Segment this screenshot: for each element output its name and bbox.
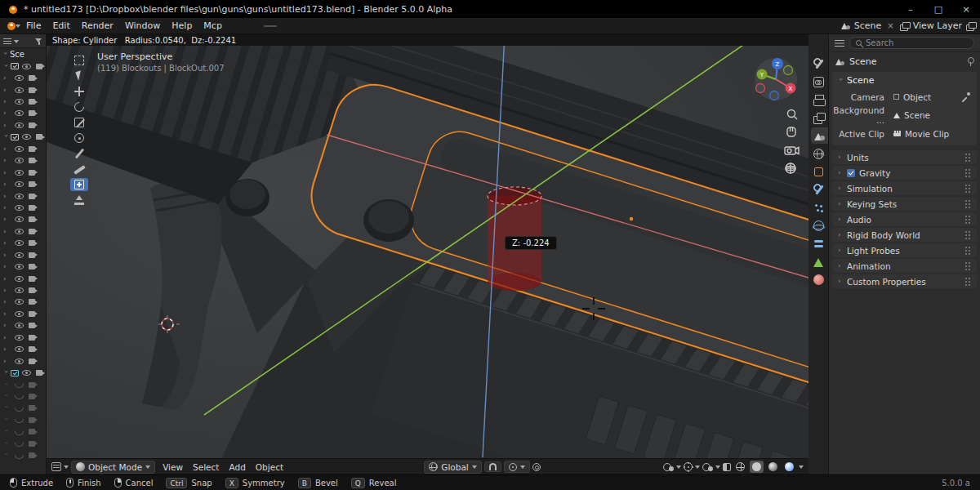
workspace-tab[interactable]: [292, 25, 305, 27]
chevron-icon[interactable]: ›: [3, 216, 8, 223]
chevron-icon[interactable]: ›: [3, 193, 8, 200]
collapsed-panel[interactable]: › Custom Properties: [832, 274, 977, 288]
visibility-eye-icon[interactable]: [15, 276, 24, 282]
chevron-icon[interactable]: ›: [3, 275, 8, 283]
render-visibility-icon[interactable]: [36, 370, 45, 376]
tool-button[interactable]: [70, 178, 88, 191]
menu-item[interactable]: Help: [166, 20, 198, 31]
visibility-eye-icon[interactable]: [15, 75, 24, 81]
outliner-row[interactable]: ›: [0, 225, 46, 237]
visibility-eye-icon[interactable]: [22, 64, 31, 69]
render-visibility-icon[interactable]: [29, 87, 38, 93]
outliner-row[interactable]: ›: [0, 296, 46, 308]
collapsed-panel[interactable]: › Rigid Body World: [832, 228, 977, 242]
visibility-eye-icon[interactable]: [15, 419, 24, 423]
gizmo-x-neg[interactable]: [756, 84, 765, 93]
render-visibility-icon[interactable]: [29, 299, 38, 305]
menu-item[interactable]: Edit: [47, 20, 75, 31]
blender-menu-icon[interactable]: [5, 20, 16, 31]
render-visibility-icon[interactable]: [29, 382, 38, 388]
gizmo-z-neg[interactable]: [770, 91, 779, 100]
visibility-eye-icon[interactable]: [15, 287, 24, 293]
properties-tab[interactable]: [811, 127, 828, 144]
outliner-row[interactable]: ›: [0, 426, 46, 438]
outliner-row[interactable]: ›: [0, 84, 46, 96]
outliner-row[interactable]: ›: [0, 131, 46, 143]
tool-button[interactable]: [70, 131, 88, 145]
chevron-icon[interactable]: ›: [3, 298, 8, 305]
render-visibility-icon[interactable]: [29, 429, 38, 434]
render-visibility-icon[interactable]: [29, 194, 38, 199]
collapsed-panel[interactable]: › Animation: [832, 259, 977, 273]
render-visibility-icon[interactable]: [29, 452, 38, 458]
axis-gizmo[interactable]: Z Y X: [755, 58, 797, 100]
render-visibility-icon[interactable]: [29, 158, 38, 163]
visibility-eye-icon[interactable]: [15, 194, 24, 199]
perspective-toggle-button[interactable]: [786, 163, 795, 173]
mode-selector[interactable]: Object Mode: [71, 461, 155, 474]
render-visibility-icon[interactable]: [29, 441, 38, 447]
tool-button[interactable]: [70, 69, 88, 82]
tool-button[interactable]: [70, 194, 88, 207]
visibility-eye-icon[interactable]: [15, 99, 24, 105]
render-visibility-icon[interactable]: [29, 264, 38, 270]
render-visibility-icon[interactable]: [29, 122, 38, 128]
overlays-caret-icon[interactable]: [715, 466, 720, 471]
transform-orientation-selector[interactable]: Global: [424, 461, 482, 474]
collection-checkbox-icon[interactable]: [11, 63, 19, 69]
visibility-eye-icon[interactable]: [15, 122, 24, 128]
outliner-row[interactable]: ›: [0, 178, 46, 189]
chevron-icon[interactable]: ›: [3, 228, 8, 235]
visibility-eye-icon[interactable]: [22, 370, 31, 376]
properties-tab[interactable]: [808, 253, 828, 270]
visibility-eye-icon[interactable]: [15, 110, 24, 116]
chevron-icon[interactable]: ›: [3, 157, 8, 164]
outliner-row[interactable]: ›: [0, 332, 46, 343]
scene-unlink-icon[interactable]: ×: [885, 21, 895, 30]
outliner-row[interactable]: ›: [0, 273, 46, 284]
gizmos-caret-icon[interactable]: [695, 466, 700, 471]
visibility-eye-icon[interactable]: [15, 240, 24, 246]
outliner-row[interactable]: ›: [0, 202, 46, 213]
visibility-eye-icon[interactable]: [15, 455, 24, 459]
render-visibility-icon[interactable]: [36, 134, 45, 140]
editor-type-caret-icon[interactable]: [64, 466, 69, 471]
collapsed-panel[interactable]: › Gravity: [832, 166, 977, 180]
outliner-row[interactable]: ›: [0, 438, 46, 449]
outliner-row[interactable]: ›: [0, 308, 46, 319]
visibility-eye-icon[interactable]: [15, 146, 24, 152]
shading-solid-button[interactable]: [750, 461, 764, 473]
filter-icon[interactable]: [35, 38, 42, 45]
outliner-row[interactable]: ›: [0, 344, 46, 355]
visibility-eye-icon[interactable]: [15, 158, 24, 163]
chevron-icon[interactable]: ›: [3, 98, 8, 105]
outliner-row[interactable]: ›: [0, 214, 46, 225]
scene-section-header[interactable]: › Scene: [832, 72, 977, 88]
chevron-icon[interactable]: ›: [3, 74, 8, 82]
menu-item[interactable]: Render: [76, 20, 119, 31]
workspace-tab[interactable]: [347, 25, 360, 27]
visibility-eye-icon[interactable]: [15, 170, 24, 176]
render-visibility-icon[interactable]: [29, 99, 38, 105]
chevron-icon[interactable]: ›: [2, 441, 10, 446]
viewport-menu-item[interactable]: Select: [188, 462, 224, 472]
render-visibility-icon[interactable]: [29, 417, 38, 423]
tool-button[interactable]: [70, 147, 88, 160]
editor-type-icon[interactable]: [51, 462, 61, 471]
chevron-icon[interactable]: ›: [3, 287, 8, 294]
shading-material-button[interactable]: [766, 461, 780, 473]
visibility-eye-icon[interactable]: [15, 359, 24, 364]
eyedropper-icon[interactable]: [961, 92, 970, 101]
drag-dots-icon[interactable]: [965, 246, 971, 255]
viewport-menu-item[interactable]: Object: [251, 462, 288, 472]
view-layer-selector[interactable]: View Layer: [913, 20, 962, 31]
render-visibility-icon[interactable]: [29, 405, 38, 411]
visibility-eye-icon[interactable]: [15, 311, 24, 317]
render-visibility-icon[interactable]: [29, 346, 38, 352]
properties-tab[interactable]: [808, 271, 828, 287]
collection-checkbox-icon[interactable]: [11, 370, 19, 376]
visibility-eye-icon[interactable]: [15, 443, 24, 447]
outliner-row[interactable]: ›: [0, 414, 46, 425]
collapsed-panel[interactable]: › Units: [832, 150, 977, 164]
outliner-row[interactable]: ›: [0, 390, 46, 402]
